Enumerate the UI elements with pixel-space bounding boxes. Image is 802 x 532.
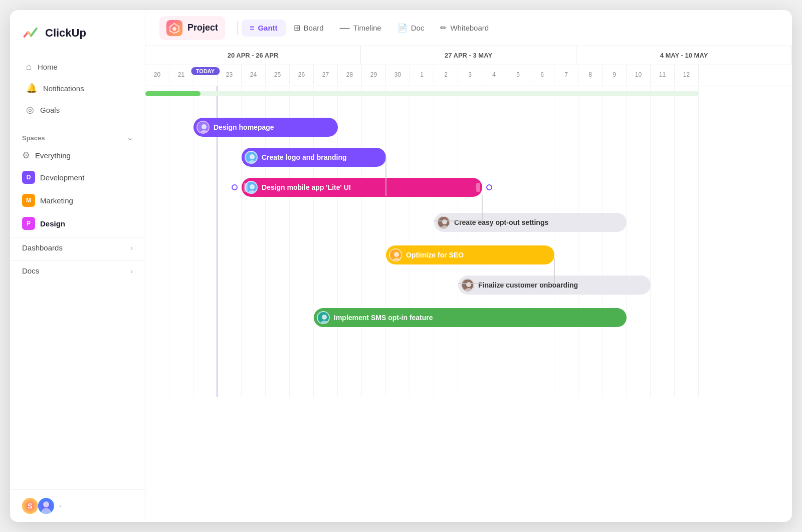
project-icon [166, 20, 182, 36]
header: Project ≡ Gantt ⊞ Board — Timeline 📄 Doc… [145, 10, 792, 46]
home-icon: ⌂ [26, 62, 32, 72]
gantt-col-9 [603, 86, 627, 397]
timeline-icon: — [340, 22, 350, 34]
day-8: 8 [578, 65, 603, 84]
bell-icon: 🔔 [26, 83, 37, 94]
tab-timeline-label: Timeline [353, 24, 381, 32]
user-2-avatar-img [38, 498, 54, 514]
sidebar-item-marketing[interactable]: M Marketing [10, 189, 145, 211]
development-dot: D [22, 171, 35, 184]
sidebar-item-design[interactable]: P Design [10, 212, 145, 234]
sidebar-logo: ClickUp [10, 10, 145, 52]
day-11: 11 [651, 65, 675, 84]
bar-handle-left[interactable] [244, 183, 248, 192]
day-6: 6 [530, 65, 554, 84]
sidebar-item-home[interactable]: ⌂ Home [14, 57, 141, 77]
day-26: 26 [290, 65, 314, 84]
dashboards-label: Dashboards [22, 243, 63, 252]
svg-point-5 [172, 27, 176, 31]
timeline-days-row: 2021TODAY2324252627282930123456789101112 [145, 65, 792, 84]
sidebar-item-development-label: Development [40, 173, 84, 182]
gantt-bar-optimize-seo[interactable]: Optimize for SEO [386, 245, 554, 264]
user-avatar-2[interactable] [38, 498, 54, 514]
svg-point-13 [250, 184, 255, 189]
sidebar-item-development[interactable]: D Development [10, 166, 145, 188]
sidebar-dashboards[interactable]: Dashboards › [10, 237, 145, 258]
main-content: Project ≡ Gantt ⊞ Board — Timeline 📄 Doc… [145, 10, 792, 522]
gantt-bar-row-easy-opt-out: Create easy opt-out settings [434, 211, 627, 233]
day-25: 25 [266, 65, 290, 84]
tab-doc-label: Doc [411, 24, 425, 32]
day-20: 20 [145, 65, 169, 84]
tab-gantt-label: Gantt [258, 24, 277, 32]
svg-point-3 [43, 501, 49, 507]
tab-doc[interactable]: 📄 Doc [389, 19, 433, 37]
marketing-dot: M [22, 194, 35, 207]
sidebar-item-marketing-label: Marketing [40, 196, 73, 205]
bar-avatar-brown [437, 216, 450, 229]
week-2: 27 APR - 3 MAY [361, 46, 576, 65]
day-1: 1 [410, 65, 434, 84]
gantt-col-7 [554, 86, 578, 397]
gantt-bar-design-homepage[interactable]: Design homepage [193, 118, 338, 137]
gantt-bar-create-logo[interactable]: Create logo and branding [242, 148, 386, 167]
gantt-bar-implement-sms[interactable]: Implement SMS opt-in feature [314, 308, 627, 327]
clickup-logo-icon [22, 24, 40, 42]
doc-icon: 📄 [397, 23, 408, 33]
gantt-col-28 [338, 86, 362, 397]
bar-label-create-logo: Create logo and branding [262, 153, 347, 161]
gantt-col-3 [458, 86, 482, 397]
bar-dot-left [232, 184, 238, 190]
gantt-col-1 [410, 86, 434, 397]
sidebar-item-everything[interactable]: ⚙ Everything [10, 145, 145, 165]
day-3: 3 [458, 65, 482, 84]
docs-chevron: › [130, 267, 133, 275]
goals-icon: ◎ [26, 104, 34, 115]
gantt-body[interactable]: Design homepageCreate logo and brandingD… [145, 86, 792, 522]
bar-label-design-homepage: Design homepage [214, 123, 274, 131]
spaces-section: Spaces ⌄ [10, 125, 145, 145]
gantt-bar-row-create-logo: Create logo and branding [242, 146, 386, 168]
bar-dot-right [486, 184, 492, 190]
project-button[interactable]: Project [159, 16, 225, 40]
bar-avatar-blue [245, 151, 258, 164]
day-23: 23 [218, 65, 242, 84]
tab-timeline[interactable]: — Timeline [332, 18, 389, 38]
day-7: 7 [554, 65, 578, 84]
gantt-col-21 [169, 86, 193, 397]
bar-avatar-brown [461, 279, 474, 292]
tab-whiteboard[interactable]: ✏ Whiteboard [432, 19, 497, 37]
bar-handle-right[interactable] [476, 183, 480, 192]
spaces-chevron[interactable]: ⌄ [127, 134, 133, 142]
sidebar-item-everything-label: Everything [35, 151, 71, 160]
design-dot: P [22, 217, 35, 230]
gantt-col-11 [651, 86, 675, 397]
gantt-bar-design-mobile[interactable]: Design mobile app 'Lite' UI [242, 178, 482, 197]
tab-gantt[interactable]: ≡ Gantt [242, 20, 286, 37]
sidebar-item-goals[interactable]: ◎ Goals [14, 99, 141, 120]
timeline-header: 20 APR - 26 APR 27 APR - 3 MAY 4 MAY - 1… [145, 46, 792, 86]
day-24: 24 [242, 65, 266, 84]
day-28: 28 [338, 65, 362, 84]
gantt-col-5 [506, 86, 530, 397]
week-1: 20 APR - 26 APR [145, 46, 361, 65]
whiteboard-icon: ✏ [440, 23, 447, 33]
sidebar-bottom: S › [10, 489, 145, 522]
gantt-bar-easy-opt-out[interactable]: Create easy opt-out settings [434, 213, 627, 232]
docs-label: Docs [22, 267, 39, 275]
gantt-col-12 [675, 86, 699, 397]
gantt-area: 20 APR - 26 APR 27 APR - 3 MAY 4 MAY - 1… [145, 46, 792, 522]
user-menu-chevron[interactable]: › [59, 502, 61, 509]
tab-whiteboard-label: Whiteboard [450, 24, 489, 32]
gantt-bar-row-finalize-onboarding: Finalize customer onboarding [458, 274, 651, 296]
svg-point-19 [394, 252, 399, 257]
gantt-bar-row-design-homepage: Design homepage [193, 116, 338, 138]
sidebar-item-notifications[interactable]: 🔔 Notifications [14, 78, 141, 99]
progress-bar-bg [145, 91, 699, 96]
user-avatar-s[interactable]: S [22, 498, 38, 514]
gantt-col-30 [386, 86, 410, 397]
sidebar-docs[interactable]: Docs › [10, 260, 145, 281]
gantt-bar-finalize-onboarding[interactable]: Finalize customer onboarding [458, 276, 651, 295]
tab-board[interactable]: ⊞ Board [286, 19, 332, 37]
sidebar: ClickUp ⌂ Home 🔔 Notifications ◎ Goals S… [10, 10, 145, 522]
